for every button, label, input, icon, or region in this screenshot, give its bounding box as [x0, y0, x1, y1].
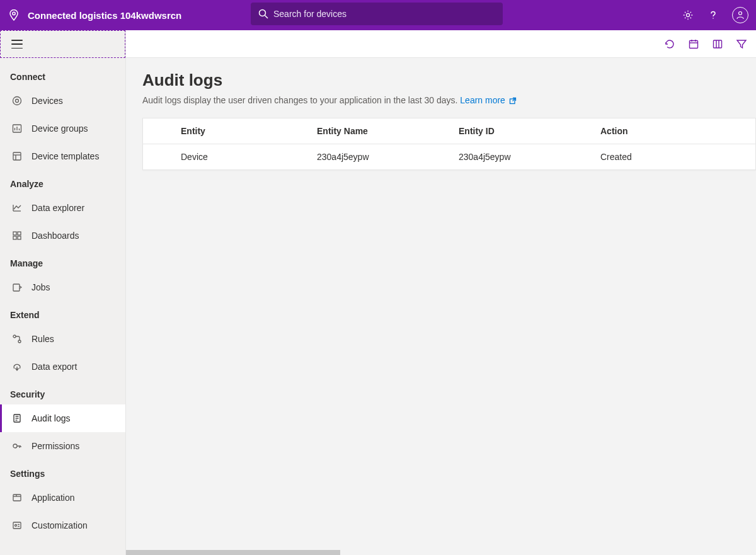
sidebar-item-label: Data export — [32, 362, 77, 372]
app-title: Connected logistics 104kwdwsrcn — [28, 10, 181, 21]
main-area: Audit logs Audit logs display the user d… — [126, 30, 756, 555]
sidebar-toggle-row — [0, 30, 125, 58]
svg-marker-41 — [737, 40, 746, 48]
external-link-icon — [509, 97, 517, 105]
svg-point-4 — [713, 18, 714, 19]
sidebar: Connect Devices Device groups Device tem… — [0, 30, 126, 555]
nav-section-connect: Connect — [0, 63, 125, 87]
chart-icon — [11, 123, 23, 134]
svg-rect-15 — [13, 232, 16, 235]
svg-point-1 — [260, 10, 266, 16]
svg-rect-16 — [18, 232, 21, 235]
nav-section-settings: Settings — [0, 460, 125, 484]
sidebar-item-device-groups[interactable]: Device groups — [0, 115, 125, 142]
sidebar-item-device-templates[interactable]: Device templates — [0, 142, 125, 170]
linechart-icon — [11, 202, 23, 214]
svg-line-2 — [265, 16, 268, 19]
svg-rect-12 — [13, 152, 21, 160]
search-icon — [258, 9, 268, 19]
filter-icon[interactable] — [736, 38, 747, 50]
svg-point-21 — [18, 340, 21, 343]
nav-section-manage: Manage — [0, 249, 125, 273]
sidebar-item-jobs[interactable]: Jobs — [0, 273, 125, 301]
cell-entity: Device — [143, 144, 307, 170]
help-icon[interactable] — [707, 9, 719, 21]
svg-rect-34 — [690, 40, 698, 48]
svg-point-20 — [13, 335, 16, 338]
page-description-text: Audit logs display the user driven chang… — [142, 95, 460, 105]
scrollbar-thumb[interactable] — [126, 550, 340, 555]
sidebar-item-label: Device templates — [32, 151, 99, 161]
columns-icon[interactable] — [712, 38, 723, 50]
cell-entity-id: 230a4j5eypw — [449, 144, 590, 170]
search-input[interactable] — [273, 9, 495, 19]
app-icon — [11, 492, 23, 503]
export-icon — [11, 361, 23, 372]
learn-more-link[interactable]: Learn more — [460, 95, 516, 105]
svg-rect-19 — [13, 284, 20, 291]
nav-section-security: Security — [0, 380, 125, 404]
sidebar-item-label: Customization — [32, 520, 88, 530]
page-description: Audit logs display the user driven chang… — [142, 95, 756, 105]
svg-rect-27 — [13, 495, 21, 501]
sidebar-item-label: Jobs — [32, 282, 50, 292]
sidebar-item-dashboards[interactable]: Dashboards — [0, 222, 125, 249]
page-title: Audit logs — [142, 71, 756, 90]
template-icon — [11, 151, 23, 162]
sidebar-item-audit-logs[interactable]: Audit logs — [0, 404, 125, 432]
search-box[interactable] — [251, 3, 503, 25]
svg-rect-18 — [18, 236, 21, 239]
sidebar-item-rules[interactable]: Rules — [0, 325, 125, 353]
app-brand: Connected logistics 104kwdwsrcn — [8, 9, 181, 21]
top-header: Connected logistics 104kwdwsrcn — [0, 0, 756, 30]
cell-entity-name: 230a4j5eypw — [307, 144, 449, 170]
svg-point-5 — [739, 12, 742, 15]
avatar[interactable] — [732, 7, 748, 23]
calendar-icon[interactable] — [688, 38, 699, 50]
table-row[interactable]: Device 230a4j5eypw 230a4j5eypw Created — [143, 144, 755, 170]
sidebar-item-data-export[interactable]: Data export — [0, 353, 125, 380]
device-icon — [11, 95, 23, 106]
audit-log-table: Entity Entity Name Entity ID Action Devi… — [142, 118, 756, 170]
nav-section-analyze: Analyze — [0, 170, 125, 194]
sidebar-item-label: Device groups — [32, 123, 88, 134]
svg-point-6 — [16, 100, 19, 103]
dashboard-icon — [11, 230, 23, 241]
sidebar-item-label: Data explorer — [32, 203, 84, 213]
table-header-row: Entity Entity Name Entity ID Action — [143, 118, 755, 144]
sidebar-item-application[interactable]: Application — [0, 484, 125, 512]
refresh-icon[interactable] — [664, 38, 675, 50]
svg-point-31 — [15, 525, 17, 527]
auditlog-icon — [11, 413, 23, 424]
command-bar — [126, 30, 756, 58]
sidebar-item-data-explorer[interactable]: Data explorer — [0, 194, 125, 222]
sidebar-item-label: Rules — [32, 334, 54, 344]
hamburger-icon[interactable] — [11, 40, 23, 49]
svg-point-0 — [13, 12, 15, 14]
jobs-icon — [11, 282, 23, 293]
permissions-icon — [11, 440, 23, 452]
col-entity-id[interactable]: Entity ID — [449, 118, 590, 144]
svg-point-7 — [13, 97, 21, 105]
nav-section-extend: Extend — [0, 301, 125, 325]
rules-icon — [11, 333, 23, 345]
sidebar-item-customization[interactable]: Customization — [0, 512, 125, 539]
sidebar-item-label: Devices — [32, 96, 63, 106]
col-action[interactable]: Action — [590, 118, 755, 144]
svg-rect-38 — [714, 40, 722, 48]
sidebar-item-permissions[interactable]: Permissions — [0, 432, 125, 460]
horizontal-scrollbar[interactable] — [126, 550, 756, 555]
svg-point-3 — [686, 13, 689, 16]
sidebar-item-devices[interactable]: Devices — [0, 87, 125, 115]
sidebar-item-label: Audit logs — [32, 413, 70, 423]
svg-line-43 — [512, 98, 515, 101]
col-entity[interactable]: Entity — [143, 118, 307, 144]
svg-rect-17 — [13, 236, 16, 239]
col-entity-name[interactable]: Entity Name — [307, 118, 449, 144]
svg-point-26 — [13, 444, 17, 448]
custom-icon — [11, 520, 23, 531]
top-right-actions — [682, 0, 748, 30]
gear-icon[interactable] — [682, 9, 694, 21]
location-pin-icon — [8, 9, 20, 21]
sidebar-item-label: Application — [32, 493, 75, 503]
